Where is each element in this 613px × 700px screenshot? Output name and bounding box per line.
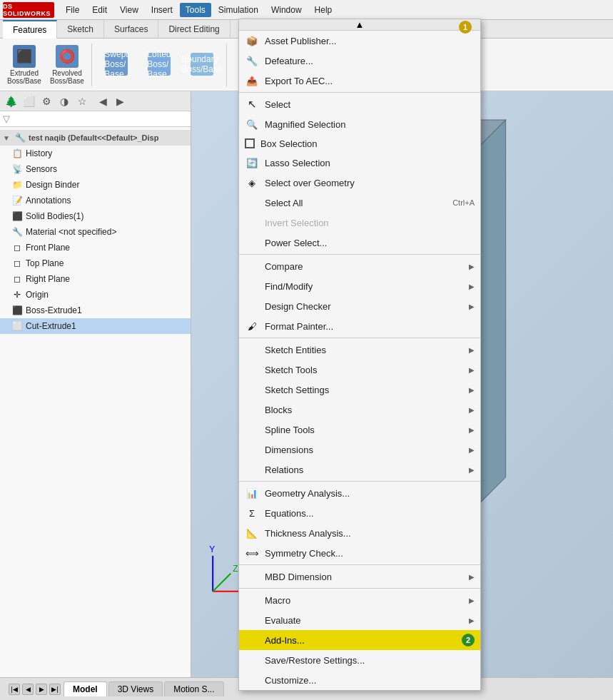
menu-select-all[interactable]: Select All Ctrl+A — [239, 193, 480, 213]
statusbar-tab-motion[interactable]: Motion S... — [164, 681, 223, 696]
tree-item-annotations[interactable]: 📝 Annotations — [0, 193, 191, 208]
menu-tools[interactable]: Tools — [180, 3, 211, 17]
menu-asset-publisher[interactable]: 📦 Asset Publisher... — [239, 31, 480, 51]
app-logo: DS SOLIDWORKS — [3, 2, 54, 18]
sketch-entities-icon — [245, 343, 259, 357]
menu-window[interactable]: Window — [265, 3, 308, 17]
tree-item-boss-extrude[interactable]: ⬛ Boss-Extrude1 — [0, 303, 191, 318]
btn-lofted-boss[interactable]: Lofted Boss/Base — [139, 42, 179, 88]
menu-lasso-selection[interactable]: 🔄 Lasso Selection — [239, 153, 480, 173]
tab-sketch[interactable]: Sketch — [57, 20, 104, 39]
menu-sketch-tools[interactable]: Sketch Tools ▶ — [239, 360, 480, 380]
menu-dimensions[interactable]: Dimensions ▶ — [239, 440, 480, 460]
tree-item-front-plane[interactable]: ◻ Front Plane — [0, 240, 191, 255]
menu-select-over-geometry[interactable]: ◈ Select over Geometry — [239, 173, 480, 193]
fm-icon-appearance[interactable]: ◑ — [56, 93, 72, 109]
evaluate-label: Evaluate — [265, 615, 463, 626]
sketch-tools-label: Sketch Tools — [265, 365, 463, 375]
scroll-right[interactable]: ▶ — [36, 684, 47, 695]
feature-tree: ▼ 🔧 test naqib (Default<<Default>_Disp 📋… — [0, 127, 191, 676]
menu-sketch-entities[interactable]: Sketch Entities ▶ — [239, 340, 480, 360]
btn-revolved-boss[interactable]: ⭕ RevolvedBoss/Base — [47, 42, 87, 88]
menu-symmetry-check[interactable]: ⟺ Symmetry Check... — [239, 543, 480, 563]
menu-spline-tools[interactable]: Spline Tools ▶ — [239, 420, 480, 440]
menu-save-restore[interactable]: Save/Restore Settings... — [239, 650, 480, 670]
btn-boundary-boss[interactable]: BoundaryBoss/Base — [182, 42, 222, 88]
menu-help[interactable]: Help — [309, 3, 338, 17]
fm-icon-property[interactable]: ⬜ — [21, 93, 36, 109]
tree-item-origin[interactable]: ✛ Origin — [0, 287, 191, 303]
menu-evaluate[interactable]: Evaluate ▶ — [239, 610, 480, 630]
btn-swept-boss[interactable]: Swept Boss/Base — [96, 42, 136, 88]
tab-features[interactable]: Features — [3, 20, 57, 39]
fm-icon-config[interactable]: ⚙ — [39, 93, 54, 109]
menu-customize[interactable]: Customize... — [239, 670, 480, 690]
mbd-dimension-icon — [245, 569, 259, 584]
sep-3 — [239, 338, 480, 338]
tab-direct-editing[interactable]: Direct Editing — [158, 20, 230, 39]
tree-header[interactable]: ▼ 🔧 test naqib (Default<<Default>_Disp — [0, 130, 191, 146]
compare-arrow: ▶ — [469, 263, 475, 270]
menu-view[interactable]: View — [114, 3, 144, 17]
menu-power-select[interactable]: Power Select... — [239, 233, 480, 253]
scroll-right-end[interactable]: ▶| — [49, 684, 61, 695]
macro-label: Macro — [265, 595, 463, 606]
tree-item-right-plane[interactable]: ◻ Right Plane — [0, 271, 191, 287]
scroll-controls: |◀ ◀ ▶ ▶| — [9, 684, 61, 695]
tree-item-material[interactable]: 🔧 Material <not specified> — [0, 224, 191, 240]
tree-label-material: Material <not specified> — [26, 227, 116, 237]
sketch-entities-label: Sketch Entities — [265, 345, 463, 355]
menu-magnified-selection[interactable]: 🔍 Magnified Selection — [239, 114, 480, 134]
tree-item-cut-extrude[interactable]: ⬜ Cut-Extrude1 — [0, 318, 191, 334]
menu-macro[interactable]: Macro ▶ — [239, 590, 480, 610]
menu-sketch-settings[interactable]: Sketch Settings ▶ — [239, 380, 480, 400]
scroll-left[interactable]: ◀ — [22, 684, 34, 695]
tree-label-solid-bodies: Solid Bodies(1) — [26, 211, 83, 221]
menu-select[interactable]: ↖ Select — [239, 94, 480, 114]
menu-add-ins[interactable]: Add-Ins... 2 — [239, 630, 480, 650]
btn-extruded-boss[interactable]: ⬛ ExtrudedBoss/Base — [4, 42, 44, 88]
fm-nav-left[interactable]: ◀ — [95, 93, 111, 109]
fm-icon-custom[interactable]: ☆ — [74, 93, 90, 109]
select-over-geometry-label: Select over Geometry — [265, 178, 475, 188]
menu-geometry-analysis[interactable]: 📊 Geometry Analysis... — [239, 483, 480, 503]
sketch-settings-arrow: ▶ — [469, 386, 475, 394]
format-painter-icon: 🖌 — [245, 319, 259, 333]
menu-find-modify[interactable]: Find/Modify ▶ — [239, 276, 480, 296]
menu-box-selection[interactable]: Box Selection — [239, 134, 480, 153]
menu-insert[interactable]: Insert — [146, 3, 178, 17]
tree-item-top-plane[interactable]: ◻ Top Plane — [0, 255, 191, 271]
menu-format-painter[interactable]: 🖌 Format Painter... — [239, 316, 480, 336]
tree-item-design-binder[interactable]: 📁 Design Binder — [0, 177, 191, 193]
statusbar-tab-3dviews[interactable]: 3D Views — [108, 681, 163, 696]
svg-marker-3 — [477, 120, 506, 506]
menu-defeature[interactable]: 🔧 Defeature... — [239, 51, 480, 71]
spline-tools-icon — [245, 422, 259, 437]
front-plane-icon: ◻ — [11, 242, 23, 253]
scroll-up-icon: ▲ — [355, 19, 365, 30]
statusbar-tab-model[interactable]: Model — [64, 681, 107, 696]
menu-blocks[interactable]: Blocks ▶ — [239, 400, 480, 420]
menu-simulation[interactable]: Simulation — [213, 3, 264, 17]
tab-surfaces[interactable]: Surfaces — [104, 20, 158, 39]
menu-thickness-analysis[interactable]: 📐 Thickness Analysis... — [239, 523, 480, 543]
menu-design-checker[interactable]: Design Checker ▶ — [239, 296, 480, 316]
menu-file[interactable]: File — [60, 3, 85, 17]
menu-mbd-dimension[interactable]: MBD Dimension ▶ — [239, 567, 480, 587]
save-restore-icon — [245, 653, 259, 667]
scroll-left-start[interactable]: |◀ — [9, 684, 20, 695]
fm-nav-right[interactable]: ▶ — [112, 93, 128, 109]
tree-item-history[interactable]: 📋 History — [0, 146, 191, 161]
menu-relations[interactable]: Relations ▶ — [239, 460, 480, 480]
menu-edit[interactable]: Edit — [86, 3, 113, 17]
menu-compare[interactable]: Compare ▶ — [239, 256, 480, 276]
menu-equations[interactable]: Σ Equations... — [239, 503, 480, 523]
menu-export-aec[interactable]: 📤 Export To AEC... — [239, 71, 480, 91]
sensors-icon: 📡 — [11, 163, 23, 175]
tree-item-solid-bodies[interactable]: ⬛ Solid Bodies(1) — [0, 208, 191, 224]
tree-label-annotations: Annotations — [26, 196, 71, 206]
dropdown-scroll-up[interactable]: ▲ 1 — [239, 19, 480, 31]
tree-item-sensors[interactable]: 📡 Sensors — [0, 161, 191, 177]
fm-icon-tree[interactable]: 🌲 — [3, 93, 19, 109]
select-all-shortcut: Ctrl+A — [452, 198, 475, 207]
